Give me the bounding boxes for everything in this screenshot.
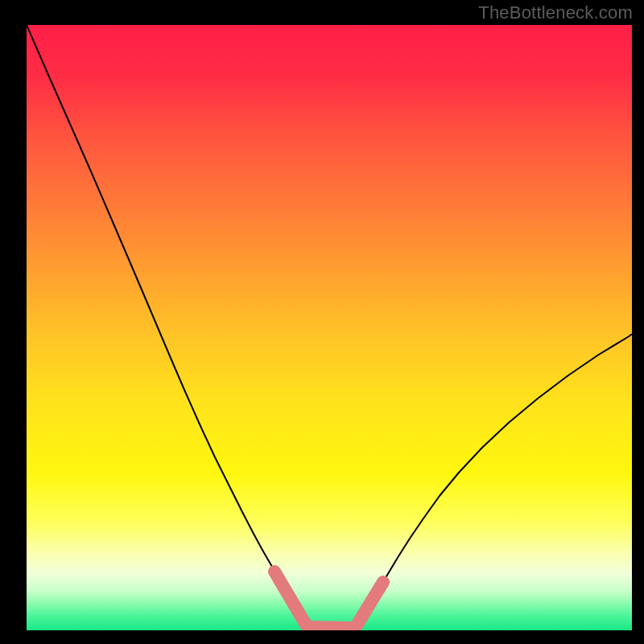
highlight-segment-0 (275, 572, 306, 625)
bottleneck-curve (27, 25, 632, 630)
highlight-segment-2 (357, 582, 383, 625)
curve-layer (27, 25, 632, 630)
watermark-text: TheBottleneck.com (478, 2, 633, 23)
highlight-segment-1 (308, 627, 354, 628)
plot-area (27, 25, 632, 630)
